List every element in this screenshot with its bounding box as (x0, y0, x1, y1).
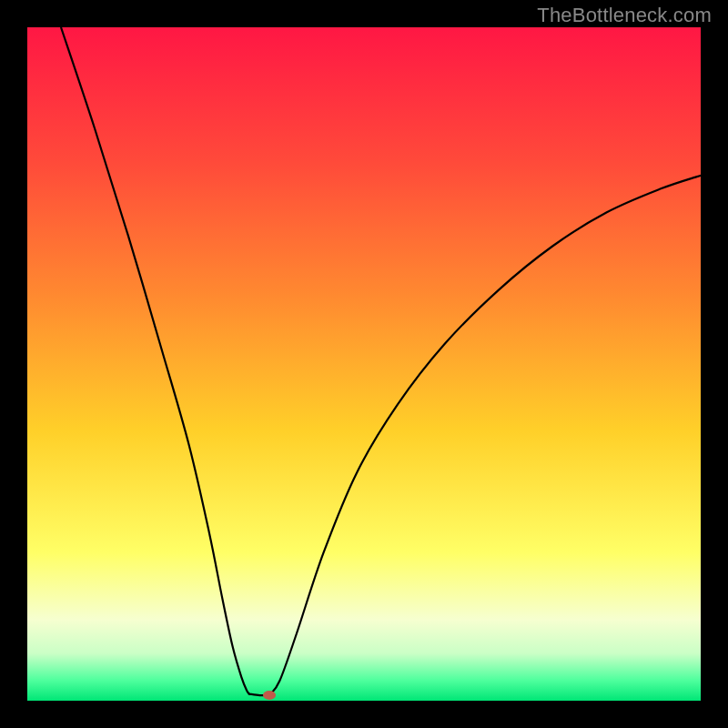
chart-frame: TheBottleneck.com (0, 0, 728, 728)
watermark-text: TheBottleneck.com (537, 4, 712, 27)
plot-area (27, 27, 701, 701)
optimal-point-marker (263, 691, 276, 700)
bottleneck-curve (27, 27, 701, 701)
